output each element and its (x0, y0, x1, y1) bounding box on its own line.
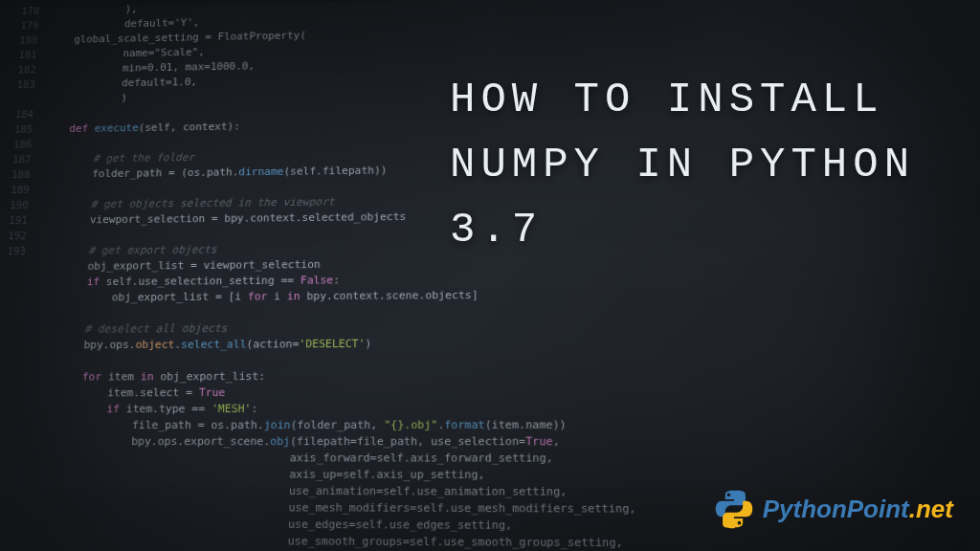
code-text: bpy.context.scene.objects] (300, 289, 478, 303)
code-line: default=1.0, (46, 76, 197, 90)
string-literal: 'MESH' (212, 402, 252, 415)
line-number: 193 (0, 244, 27, 259)
method-call: join (264, 418, 291, 431)
line-number: 187 (0, 152, 32, 167)
method-call: format (444, 418, 484, 431)
code-text: i (267, 290, 287, 303)
line-number: 188 (0, 167, 31, 183)
string-literal: "{}.obj" (384, 418, 437, 431)
code-line: name="Scale", (48, 46, 205, 60)
boolean: True (525, 434, 553, 448)
line-number: 178 (4, 4, 40, 19)
code-text: bpy.ops.export_scene. (27, 434, 271, 448)
function-name: execute (94, 121, 139, 134)
comment: # get the folder (42, 151, 194, 165)
code-text: obj_export_list = [i (34, 290, 248, 304)
code-text: : (333, 274, 340, 286)
code-line: default='Y', (50, 16, 200, 31)
code-line: axis_forward=self.axis_forward_setting, (26, 451, 553, 465)
line-number: 182 (0, 63, 36, 78)
code-text: (item.name)) (485, 418, 567, 431)
keyword-def: def (44, 122, 95, 136)
code-line: obj_export_list = viewport_selection (36, 258, 321, 274)
line-number: 189 (0, 183, 30, 198)
keyword-for: for (248, 290, 268, 303)
python-icon (713, 488, 755, 530)
brand-logo: PythonPoint.net (713, 488, 953, 530)
line-number: 183 (0, 77, 35, 93)
line-number: 186 (0, 137, 33, 152)
keyword-if: if (35, 276, 106, 289)
code-text: file_path = os.path. (28, 418, 264, 431)
code-line: viewport_selection = bpy.context.selecte… (39, 210, 407, 227)
code-text: item (108, 370, 142, 384)
keyword-if: if (29, 403, 127, 416)
code-text: , (553, 434, 560, 448)
line-number: 190 (0, 198, 29, 213)
comment: # get export objects (37, 243, 217, 257)
line-number: 179 (3, 18, 39, 33)
code-text: (action= (246, 338, 299, 351)
code-line: use_smooth_groups=self.use_smooth_groups… (21, 533, 623, 549)
code-line: ) (46, 92, 128, 105)
code-text: : (251, 402, 257, 415)
code-line: min=0.01, max=1000.0, (47, 60, 255, 76)
brand-name: PythonPoint (763, 495, 909, 523)
code-text: folder_path = (os.path. (41, 165, 238, 180)
code-text: bpy.ops. (32, 339, 136, 352)
line-number: 192 (0, 229, 27, 244)
code-line: global_scale_setting = FloatProperty( (49, 29, 306, 45)
code-text: ) (365, 337, 371, 350)
brand-suffix: .net (909, 495, 953, 523)
boolean: False (301, 274, 333, 287)
object-ref: object (135, 338, 174, 351)
method-call: dirname (238, 165, 283, 179)
method-call: select_all (181, 338, 247, 351)
brand-text: PythonPoint.net (763, 495, 953, 524)
page-title: HOW TO INSTALL NUMPY IN PYTHON 3.7 (450, 67, 951, 263)
code-text: item.type == (126, 402, 212, 415)
keyword-for: for (30, 370, 108, 384)
line-number: 180 (2, 33, 38, 49)
code-text: (self, context): (138, 121, 240, 134)
comment: # get objects selected in the viewport (39, 195, 334, 210)
method-call: obj (270, 434, 290, 448)
line-number: 185 (0, 122, 33, 138)
code-line: use_mesh_modifiers=self.use_mesh_modifie… (23, 500, 636, 516)
code-line: axis_up=self.axis_up_setting, (25, 467, 485, 481)
line-number: 191 (0, 213, 28, 229)
code-text: self.use_selection_setting == (106, 274, 301, 288)
code-text: (self.filepath)) (283, 164, 387, 177)
code-text: (folder_path, (290, 418, 384, 431)
line-number: 181 (1, 48, 37, 63)
code-text: item.select = (29, 386, 199, 400)
code-text: obj_export_list: (160, 370, 265, 384)
line-number: 184 (0, 107, 34, 122)
comment: # deselect all objects (33, 321, 227, 335)
code-line: use_edges=self.use_edges_setting, (22, 517, 512, 532)
keyword-in: in (141, 370, 161, 384)
boolean: True (199, 386, 226, 400)
keyword-in: in (287, 290, 301, 303)
string-literal: 'DESELECT' (299, 337, 365, 350)
code-text: (filepath=file_path, use_selection= (290, 434, 525, 448)
code-line: use_animation=self.use_animation_setting… (24, 484, 568, 499)
code-line: ), (51, 3, 138, 16)
